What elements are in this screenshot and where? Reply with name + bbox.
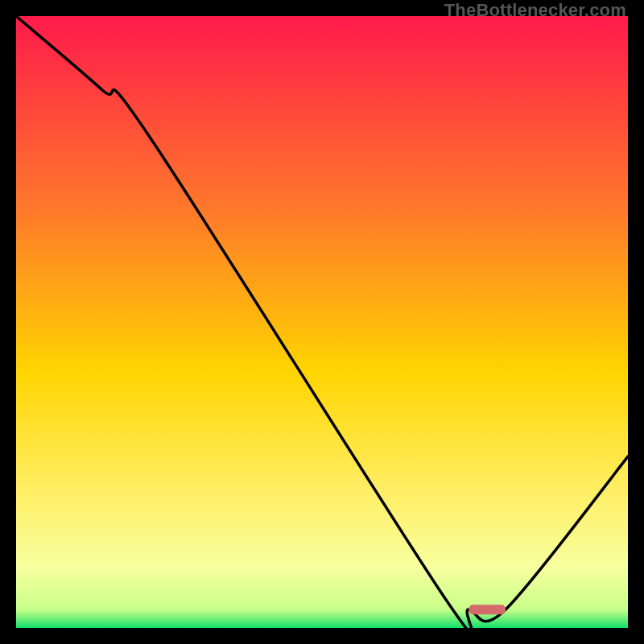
chart-svg — [16, 16, 628, 628]
optimum-marker — [469, 605, 506, 614]
plot-area — [16, 16, 628, 628]
gradient-background — [16, 16, 628, 628]
chart-frame: TheBottlenecker.com — [0, 0, 644, 644]
